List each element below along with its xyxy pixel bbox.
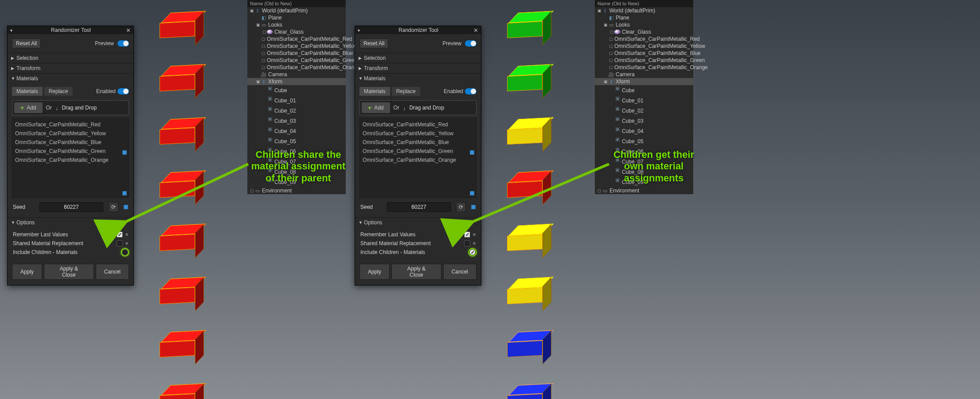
- section-options[interactable]: ▼Options: [8, 217, 133, 227]
- apply-button[interactable]: Apply: [12, 264, 42, 280]
- tree-world[interactable]: ▣⟟World (defaultPrim): [247, 7, 346, 14]
- tab-replace[interactable]: Replace: [44, 87, 73, 96]
- tree-cube[interactable]: ▣Cube_04: [247, 126, 346, 136]
- tree-cube[interactable]: ▣Cube_05: [247, 136, 346, 146]
- tree-material[interactable]: ▢OmniSurface_CarPaintMetallic_Orange: [595, 64, 693, 71]
- tree-cube[interactable]: ▣Cube: [595, 85, 693, 95]
- material-item[interactable]: OmniSurface_CarPaintMetallic_Red: [360, 120, 476, 129]
- materials-drop-row[interactable]: + Add Or ↓ Drag and Drop: [12, 100, 129, 115]
- tree-looks[interactable]: ▣▭Looks: [247, 21, 346, 28]
- preview-label: Preview: [442, 40, 461, 47]
- tree-camera[interactable]: 🎥Camera: [247, 71, 346, 78]
- material-item[interactable]: OmniSurface_CarPaintMetallic_Blue: [12, 138, 129, 147]
- tree-material[interactable]: ▢OmniSurface_CarPaintMetallic_Red: [595, 35, 693, 43]
- seed-field[interactable]: 60227: [387, 202, 451, 212]
- tree-material[interactable]: ▢Clear_Glass: [595, 28, 693, 35]
- tab-materials[interactable]: Materials: [12, 87, 43, 96]
- tree-material[interactable]: ▢OmniSurface_CarPaintMetallic_Blue: [247, 50, 346, 57]
- tree-cube[interactable]: ▣Cube_02: [247, 106, 346, 116]
- tree-material[interactable]: ▢OmniSurface_CarPaintMetallic_Orange: [247, 64, 346, 71]
- panel-title: Randomizer Tool: [16, 27, 126, 33]
- add-material-button[interactable]: + Add: [14, 102, 43, 113]
- material-item[interactable]: OmniSurface_CarPaintMetallic_Yellow: [360, 129, 476, 138]
- tree-looks[interactable]: ▣▭Looks: [595, 21, 693, 28]
- material-item[interactable]: OmniSurface_CarPaintMetallic_Green: [360, 147, 476, 156]
- shared-checkbox[interactable]: [464, 240, 470, 246]
- list-marker-icon: [122, 150, 127, 155]
- section-materials[interactable]: ▼Materials: [8, 73, 133, 83]
- tree-cube[interactable]: ▣Cube_05: [595, 136, 693, 146]
- section-options[interactable]: ▼Options: [355, 217, 481, 227]
- tree-world[interactable]: ▣⟟World (defaultPrim): [595, 7, 693, 14]
- materials-drop-row[interactable]: + Add Or ↓ Drag and Drop: [359, 100, 476, 115]
- close-icon[interactable]: ✕: [126, 27, 131, 34]
- tree-xform[interactable]: ▣⟟Xform: [595, 78, 693, 85]
- tree-cube[interactable]: ▣Cube: [247, 85, 346, 95]
- add-material-button[interactable]: + Add: [362, 102, 390, 113]
- svg-line-0: [124, 164, 248, 223]
- panel-title: Randomizer Tool: [363, 27, 473, 33]
- drag-drop-icon: ↓: [403, 105, 406, 111]
- list-marker-icon: [470, 150, 474, 155]
- collapse-icon[interactable]: ▾: [358, 28, 360, 33]
- tree-material[interactable]: ▢OmniSurface_CarPaintMetallic_Red: [247, 35, 346, 43]
- shared-checkbox[interactable]: [117, 240, 123, 246]
- preview-toggle[interactable]: [117, 40, 129, 47]
- material-item[interactable]: OmniSurface_CarPaintMetallic_Orange: [360, 156, 476, 164]
- or-label: Or: [394, 105, 399, 111]
- material-item[interactable]: OmniSurface_CarPaintMetallic_Green: [12, 147, 129, 156]
- tree-material[interactable]: ▢OmniSurface_CarPaintMetallic_Blue: [595, 50, 693, 57]
- tree-environment[interactable]: ▢▭Environment: [247, 187, 346, 194]
- dot-icon: [473, 242, 476, 245]
- tree-xform[interactable]: ▣⟟Xform: [247, 78, 346, 85]
- include-children-checkbox[interactable]: ✓: [469, 249, 476, 255]
- include-children-label: Include Children - Materials: [360, 249, 469, 255]
- drag-drop-icon: ↓: [55, 105, 59, 111]
- material-item[interactable]: OmniSurface_CarPaintMetallic_Yellow: [12, 129, 129, 138]
- tree-cube[interactable]: ▣Cube_04: [595, 126, 693, 136]
- reset-all-button[interactable]: Reset All: [12, 39, 41, 48]
- section-materials[interactable]: ▼Materials: [355, 73, 481, 83]
- seed-field[interactable]: 60227: [39, 202, 103, 212]
- apply-close-button[interactable]: Apply & Close: [391, 264, 441, 280]
- tree-material[interactable]: ▢OmniSurface_CarPaintMetallic_Green: [595, 57, 693, 64]
- material-item[interactable]: OmniSurface_CarPaintMetallic_Blue: [360, 138, 476, 147]
- enabled-label: Enabled: [96, 88, 116, 94]
- tree-plane[interactable]: ◧Plane: [247, 14, 346, 21]
- collapse-icon[interactable]: ▾: [10, 28, 12, 33]
- tree-cube[interactable]: ▣Cube_01: [595, 95, 693, 106]
- materials-list[interactable]: OmniSurface_CarPaintMetallic_RedOmniSurf…: [12, 118, 129, 198]
- apply-close-button[interactable]: Apply & Close: [44, 264, 94, 280]
- tree-material[interactable]: ▢OmniSurface_CarPaintMetallic_Yellow: [595, 43, 693, 50]
- tree-plane[interactable]: ◧Plane: [595, 14, 693, 21]
- cancel-button[interactable]: Cancel: [96, 264, 129, 280]
- materials-list[interactable]: OmniSurface_CarPaintMetallic_RedOmniSurf…: [359, 118, 476, 198]
- reset-all-button[interactable]: Reset All: [359, 39, 388, 48]
- section-selection[interactable]: ▶Selection: [355, 53, 481, 63]
- section-selection[interactable]: ▶Selection: [8, 53, 133, 63]
- preview-toggle[interactable]: [465, 40, 476, 47]
- include-children-checkbox[interactable]: [122, 249, 128, 255]
- tree-cube[interactable]: ▣Cube_03: [595, 116, 693, 126]
- preview-label: Preview: [95, 40, 114, 47]
- tree-camera[interactable]: 🎥Camera: [595, 71, 693, 78]
- tree-material[interactable]: ▢OmniSurface_CarPaintMetallic_Yellow: [247, 43, 346, 50]
- tree-material[interactable]: ▢OmniSurface_CarPaintMetallic_Green: [247, 57, 346, 64]
- material-item[interactable]: OmniSurface_CarPaintMetallic_Red: [12, 120, 129, 129]
- tab-replace[interactable]: Replace: [392, 87, 420, 96]
- apply-button[interactable]: Apply: [359, 264, 390, 280]
- tree-cube[interactable]: ▣Cube_01: [247, 95, 346, 106]
- cancel-button[interactable]: Cancel: [443, 264, 476, 280]
- enabled-toggle[interactable]: [117, 88, 129, 94]
- rtool-titlebar: ▾ Randomizer Tool ✕: [8, 26, 133, 34]
- section-transform[interactable]: ▶Transform: [355, 63, 481, 73]
- material-item[interactable]: OmniSurface_CarPaintMetallic_Orange: [12, 156, 129, 164]
- tree-material[interactable]: ▢Clear_Glass: [247, 28, 346, 35]
- section-transform[interactable]: ▶Transform: [8, 63, 133, 73]
- tree-cube[interactable]: ▣Cube_02: [595, 106, 693, 116]
- close-icon[interactable]: ✕: [473, 27, 478, 34]
- tab-materials[interactable]: Materials: [359, 87, 390, 96]
- tree-cube[interactable]: ▣Cube_03: [247, 116, 346, 126]
- viewport-cube: [507, 278, 543, 329]
- enabled-toggle[interactable]: [465, 88, 476, 94]
